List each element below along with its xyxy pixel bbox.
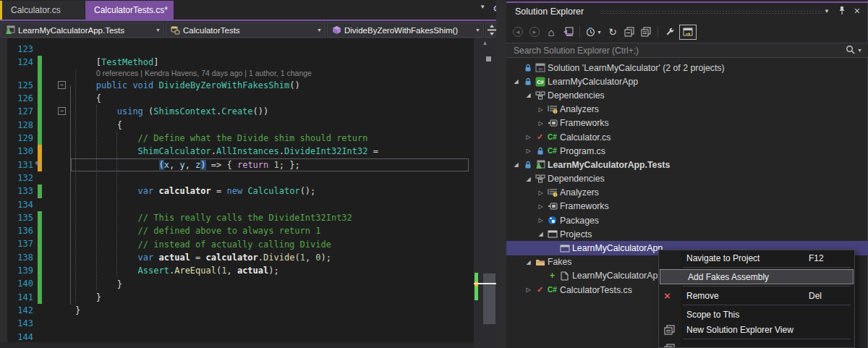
code-line-143[interactable]: 143 — [0, 317, 506, 330]
code-line-136[interactable]: 136 // defined above to always return 1 — [0, 224, 506, 237]
line-number: 136 — [0, 224, 33, 237]
menu-item-remove[interactable]: ×RemoveDel — [659, 288, 854, 303]
tree-item-packages[interactable]: ▷Packages — [506, 213, 868, 227]
expand-arrow-icon[interactable]: ▷ — [523, 148, 534, 154]
code-line-126[interactable]: 126 { — [0, 92, 506, 105]
code-line-123[interactable]: 123 — [0, 43, 506, 56]
caret-position-mark — [474, 283, 496, 284]
tree-item-frameworks[interactable]: ▷Frameworks — [506, 116, 868, 130]
edit-pencil-icon: ✎ — [35, 160, 41, 169]
tree-item-calculator-cs[interactable]: ▷✓C#Calculator.cs — [506, 130, 868, 144]
scrollbar-thumb[interactable] — [483, 273, 495, 324]
pane-splitter[interactable] — [496, 0, 506, 348]
search-icon[interactable] — [846, 44, 855, 57]
tree-item-label: Analyzers — [560, 104, 599, 114]
collapse-arrow-icon[interactable]: ◢ — [523, 259, 534, 266]
code-line-139[interactable]: 139 Assert.AreEqual(1, actual); — [0, 264, 506, 277]
frameworks-icon — [546, 202, 558, 211]
tree-item-analyzers[interactable]: ▷iAnalyzers — [506, 103, 868, 116]
svg-text:C#: C# — [537, 79, 544, 85]
code-line-125[interactable]: 125− public void DivideByZeroWithFakesSh… — [0, 79, 506, 92]
menu-item-add-fakes-assembly[interactable]: Add Fakes Assembly — [660, 269, 854, 284]
code-line-130[interactable]: 130 ShimCalculator.AllInstances.DivideIn… — [0, 145, 506, 158]
vertical-scrollbar[interactable]: ▲ — [474, 38, 496, 348]
tree-item-projects[interactable]: ◢Projects — [506, 227, 868, 241]
collapse-arrow-icon[interactable]: ◢ — [523, 176, 534, 182]
tab-calculator-cs[interactable]: Calculator.cs — [2, 1, 85, 20]
code-line-135[interactable]: 135 // This really calls the DivideInt32… — [0, 211, 506, 224]
code-line-132[interactable]: 132 — [0, 171, 506, 184]
code-line-131[interactable]: 131✎ (x, y, z) => { return 1; }; — [0, 158, 506, 171]
chevron-down-icon[interactable]: ▼ — [857, 48, 862, 53]
collapse-all-icon[interactable] — [622, 25, 637, 39]
collapse-arrow-icon[interactable]: ◢ — [511, 78, 522, 85]
expand-arrow-icon[interactable]: ▷ — [523, 287, 534, 293]
collapse-arrow-icon[interactable]: ◢ — [535, 231, 546, 237]
tree-item-analyzers[interactable]: ▷iAnalyzers — [506, 186, 868, 200]
menu-item-scope-to-this[interactable]: Scope to This — [659, 307, 854, 322]
home-icon[interactable]: ⌂ — [544, 25, 558, 39]
tree-item-dependencies[interactable]: ◢Dependencies — [506, 88, 868, 102]
code-line-133[interactable]: 133 var calculator = new Calculator(); — [0, 184, 506, 198]
code-line-134[interactable]: 134 — [0, 198, 506, 211]
expand-arrow-icon[interactable]: ▷ — [535, 120, 546, 127]
lock-icon — [534, 147, 546, 156]
forward-button[interactable]: ► — [527, 25, 542, 39]
search-input[interactable]: Search Solution Explorer (Ctrl+;) ▼ — [506, 43, 868, 58]
code-line-127[interactable]: 127− using (ShimsContext.Create()) — [0, 105, 506, 118]
code-line-137[interactable]: 137 // instead of actually calling Divid… — [0, 237, 506, 250]
refresh-icon[interactable]: ↻ — [605, 25, 620, 39]
test-project-icon — [4, 25, 16, 35]
menu-item-navigate-to-project[interactable]: Navigate to ProjectF12 — [659, 250, 854, 266]
code-line-142[interactable]: 142 } — [0, 304, 506, 317]
expand-arrow-icon[interactable]: ▷ — [535, 217, 546, 224]
pending-changes-filter-icon[interactable]: ▼ — [584, 25, 603, 39]
tree-item-program-cs[interactable]: ▷C#Program.cs — [506, 144, 868, 158]
code-line-129[interactable]: 129 // Define what the Divide shim shoul… — [0, 132, 506, 145]
pin-icon[interactable] — [838, 6, 846, 17]
chevron-down-icon[interactable]: ▼ — [824, 8, 830, 14]
panel-title: Solution Explorer — [515, 7, 584, 17]
scroll-up-arrow-icon[interactable]: ▲ — [474, 40, 496, 46]
tree-item-label: LearnMyCalculatorApp — [548, 77, 638, 87]
close-icon[interactable]: × — [854, 5, 860, 17]
codelens-info[interactable]: 0 references | Kendra Havens, 74 days ag… — [0, 69, 506, 78]
code-line-128[interactable]: 128 { — [0, 119, 506, 132]
expand-arrow-icon[interactable]: ▷ — [535, 106, 546, 113]
code-editor[interactable]: 123124 [TestMethod]0 references | Kendra… — [0, 38, 506, 348]
show-all-files-icon[interactable] — [639, 25, 653, 39]
tree-item-dependencies[interactable]: ◢Dependencies — [506, 172, 868, 186]
tree-item-label: Packages — [560, 216, 599, 226]
collapse-arrow-icon[interactable]: ◢ — [523, 92, 534, 98]
code-line-141[interactable]: 141 } — [0, 291, 506, 304]
preview-selected-items-icon[interactable] — [679, 25, 697, 40]
type-dropdown[interactable]: CalculatorTests ▼ — [166, 22, 326, 38]
menu-item-partial[interactable] — [659, 341, 854, 348]
cs-icon: C# — [546, 133, 558, 141]
tree-item-solution-learnmycalculator-2-of-2-projects[interactable]: ∞Solution 'LearnMyCalculator' (2 of 2 pr… — [506, 61, 868, 75]
switch-views-icon[interactable] — [561, 25, 575, 39]
code-line-138[interactable]: 138 var actual = calculator.Divide(1, 0)… — [0, 251, 506, 264]
tab-calculatortests-cs[interactable]: CalculatorTests.cs* — [85, 1, 174, 20]
tree-item-learnmycalculatorapp-tests[interactable]: ◢LearnMyCalculatorApp.Tests — [506, 158, 868, 171]
change-track-bar — [38, 184, 42, 198]
tree-item-learnmycalculatorapp[interactable]: ◢C#LearnMyCalculatorApp — [506, 75, 868, 88]
properties-wrench-icon[interactable] — [663, 25, 677, 39]
project-dropdown[interactable]: LearnMyCalculatorApp.Tests ▼ — [1, 22, 164, 38]
expand-arrow-icon[interactable]: ▷ — [535, 203, 546, 210]
horizontal-scrollbar[interactable] — [0, 342, 496, 348]
tree-item-label: Frameworks — [560, 201, 609, 211]
code-line-140[interactable]: 140 } — [0, 277, 506, 290]
tree-item-frameworks[interactable]: ▷Frameworks — [506, 200, 868, 213]
back-button[interactable]: ◄ — [511, 25, 525, 39]
chevron-down-icon[interactable]: ▼ — [480, 4, 485, 14]
collapse-arrow-icon[interactable]: ◢ — [511, 161, 522, 168]
expand-arrow-icon[interactable]: ▷ — [535, 190, 546, 196]
member-dropdown[interactable]: DivideByZeroWithFakesShim() ▼ — [327, 22, 484, 38]
code-line-124[interactable]: 124 [TestMethod] — [0, 56, 506, 69]
line-number: 129 — [0, 132, 33, 145]
sln-icon: ∞ — [534, 63, 546, 72]
line-number: 137 — [0, 237, 33, 250]
menu-item-new-solution-explorer-view[interactable]: New Solution Explorer View — [659, 322, 854, 337]
expand-arrow-icon[interactable]: ▷ — [523, 134, 534, 140]
